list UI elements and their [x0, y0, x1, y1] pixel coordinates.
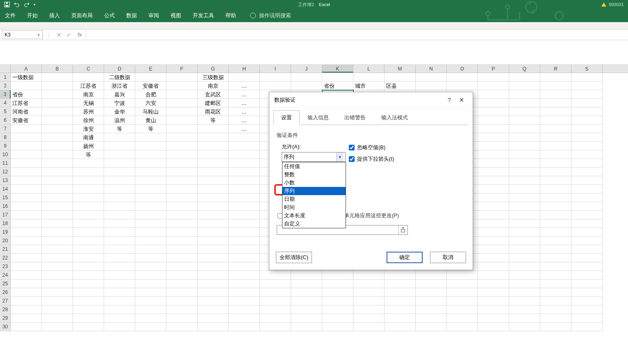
cell-Q4[interactable]	[509, 99, 540, 107]
cell-F17[interactable]	[166, 211, 198, 219]
cell-G22[interactable]	[198, 254, 229, 262]
cell-B2[interactable]	[42, 82, 73, 90]
cell-Q21[interactable]	[509, 245, 540, 254]
cell-E26[interactable]	[135, 288, 166, 297]
cell-H15[interactable]	[229, 193, 260, 202]
allow-option-2[interactable]: 小数	[282, 179, 346, 187]
cell-M24[interactable]	[385, 271, 416, 280]
cell-C7[interactable]: 淮安	[73, 125, 104, 133]
cell-O28[interactable]	[447, 305, 478, 314]
cell-F22[interactable]	[166, 254, 198, 262]
cell-G20[interactable]	[198, 237, 229, 245]
cell-A30[interactable]	[11, 323, 42, 331]
cell-C12[interactable]	[73, 168, 104, 176]
cell-O26[interactable]	[447, 288, 478, 297]
cell-E30[interactable]	[135, 323, 166, 331]
cell-M1[interactable]	[385, 73, 416, 82]
name-box-dropdown-icon[interactable]: ▾	[38, 33, 40, 37]
cell-K29[interactable]	[322, 314, 353, 323]
cell-D9[interactable]	[104, 142, 135, 150]
cell-Q22[interactable]	[509, 254, 540, 262]
cell-Q28[interactable]	[509, 305, 540, 314]
cell-A12[interactable]	[11, 168, 42, 176]
cell-H29[interactable]	[229, 314, 260, 323]
col-header-M[interactable]: M	[385, 65, 416, 73]
cell-B27[interactable]	[42, 297, 73, 305]
cell-D18[interactable]	[104, 219, 135, 228]
cell-B16[interactable]	[42, 202, 73, 211]
allow-combobox[interactable]: 序列 ▾ 任何值整数小数序列日期时间文本长度自定义	[282, 152, 346, 162]
cell-J25[interactable]	[291, 280, 322, 288]
cell-F9[interactable]	[166, 142, 198, 150]
cell-R13[interactable]	[540, 176, 571, 185]
cancel-button[interactable]: 取消	[430, 252, 466, 263]
cell-S24[interactable]	[571, 271, 603, 280]
cell-C14[interactable]	[73, 185, 104, 193]
cell-F6[interactable]	[166, 116, 198, 125]
cell-P18[interactable]	[478, 219, 509, 228]
cell-H11[interactable]	[229, 159, 260, 168]
cell-P3[interactable]	[478, 90, 509, 99]
cell-P19[interactable]	[478, 228, 509, 237]
cell-P26[interactable]	[478, 288, 509, 297]
cell-J27[interactable]	[291, 297, 322, 305]
allow-option-7[interactable]: 自定义	[282, 220, 346, 228]
cell-C1[interactable]	[73, 73, 104, 82]
cell-G23[interactable]	[198, 262, 229, 271]
row-header-24[interactable]: 24	[0, 271, 11, 280]
cell-Q16[interactable]	[509, 202, 540, 211]
cell-J30[interactable]	[291, 323, 322, 331]
cell-Q6[interactable]	[509, 116, 540, 125]
ribbon-tab-审阅[interactable]: 审阅	[148, 10, 160, 21]
cell-R25[interactable]	[540, 280, 571, 288]
cell-F11[interactable]	[166, 159, 198, 168]
cell-B13[interactable]	[42, 176, 73, 185]
cell-M27[interactable]	[385, 297, 416, 305]
cell-B17[interactable]	[42, 211, 73, 219]
cell-P1[interactable]	[478, 73, 509, 82]
cell-E8[interactable]	[135, 133, 166, 142]
cell-D1[interactable]: 二级数据	[104, 73, 135, 82]
cell-N24[interactable]	[416, 271, 447, 280]
cell-Q15[interactable]	[509, 193, 540, 202]
cell-D28[interactable]	[104, 305, 135, 314]
cell-A11[interactable]	[11, 159, 42, 168]
cell-R29[interactable]	[540, 314, 571, 323]
cell-S3[interactable]	[571, 90, 603, 99]
cell-S6[interactable]	[571, 116, 603, 125]
cell-G16[interactable]	[198, 202, 229, 211]
cell-B11[interactable]	[42, 159, 73, 168]
cell-N28[interactable]	[416, 305, 447, 314]
cell-C30[interactable]	[73, 323, 104, 331]
ribbon-tab-页面布局[interactable]: 页面布局	[71, 10, 93, 21]
cell-E19[interactable]	[135, 228, 166, 237]
cell-P23[interactable]	[478, 262, 509, 271]
cell-E18[interactable]	[135, 219, 166, 228]
cell-R26[interactable]	[540, 288, 571, 297]
cell-P27[interactable]	[478, 297, 509, 305]
cell-B21[interactable]	[42, 245, 73, 254]
cell-H21[interactable]	[229, 245, 260, 254]
cell-G21[interactable]	[198, 245, 229, 254]
cell-E6[interactable]: 黄山	[135, 116, 166, 125]
in-cell-dropdown-checkbox[interactable]: 提供下拉箭头(I)	[349, 155, 394, 163]
cell-Q2[interactable]	[509, 82, 540, 90]
cell-D6[interactable]: 温州	[104, 116, 135, 125]
cell-B7[interactable]	[42, 125, 73, 133]
row-header-9[interactable]: 9	[0, 142, 11, 150]
cell-A9[interactable]	[11, 142, 42, 150]
cell-F26[interactable]	[166, 288, 198, 297]
cell-E4[interactable]: 六安	[135, 99, 166, 107]
ribbon-tab-帮助[interactable]: 帮助	[225, 10, 237, 21]
cell-A21[interactable]	[11, 245, 42, 254]
cell-L28[interactable]	[353, 305, 385, 314]
row-header-17[interactable]: 17	[0, 211, 11, 219]
row-header-10[interactable]: 10	[0, 150, 11, 159]
cell-J26[interactable]	[291, 288, 322, 297]
row-header-26[interactable]: 26	[0, 288, 11, 297]
cell-F5[interactable]	[166, 107, 198, 116]
cell-F18[interactable]	[166, 219, 198, 228]
cell-J2[interactable]	[291, 82, 322, 90]
cell-D19[interactable]	[104, 228, 135, 237]
row-header-27[interactable]: 27	[0, 297, 11, 305]
